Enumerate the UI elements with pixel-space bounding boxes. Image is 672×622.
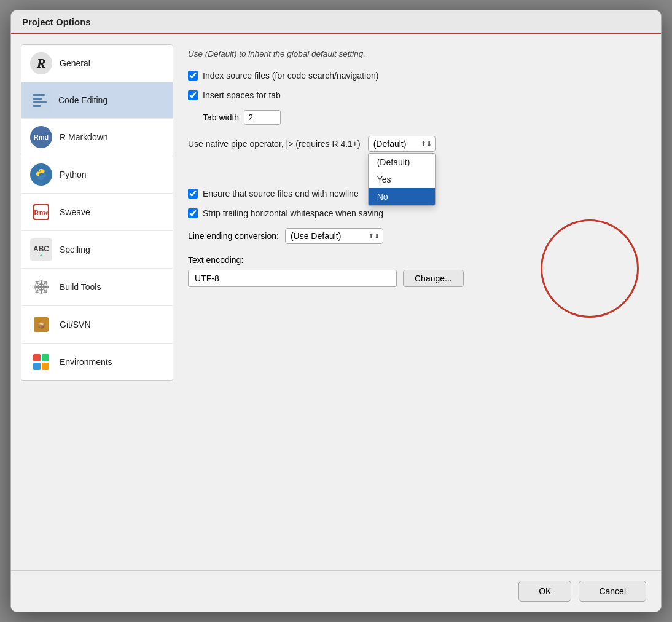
insert-spaces-row: Insert spaces for tab xyxy=(188,90,636,100)
native-pipe-select[interactable]: (Default) Yes No xyxy=(368,136,436,152)
dialog-footer: OK Cancel xyxy=(11,570,661,612)
svg-text:ABC: ABC xyxy=(33,245,49,253)
tab-width-row: Tab width xyxy=(203,110,636,125)
svg-rect-13 xyxy=(42,363,49,370)
ensure-newline-label: Ensure that source files end with newlin… xyxy=(203,189,359,199)
svg-rect-12 xyxy=(33,363,41,370)
encoding-section: Text encoding: Change... xyxy=(188,255,636,287)
index-source-row: Index source files (for code search/navi… xyxy=(188,71,636,81)
build-tools-label: Build Tools xyxy=(60,282,101,292)
svg-text:✓: ✓ xyxy=(39,253,44,258)
python-label: Python xyxy=(60,170,87,179)
line-ending-select[interactable]: (Use Default) Platform Native POSIX (LF)… xyxy=(285,228,383,244)
git-svn-label: Git/SVN xyxy=(60,320,91,329)
sidebar-item-build-tools[interactable]: Build Tools xyxy=(21,269,173,306)
native-pipe-label: Use native pipe operator, |> (requires R… xyxy=(188,139,361,149)
sweave-icon: Rnw xyxy=(30,201,52,223)
strip-whitespace-label: Strip trailing horizontal whitespace whe… xyxy=(203,208,383,218)
hint-text: Use (Default) to inherit the global defa… xyxy=(188,49,636,58)
index-source-checkbox[interactable] xyxy=(188,71,198,81)
pipe-option-no[interactable]: No xyxy=(369,188,435,205)
native-pipe-row: Use native pipe operator, |> (requires R… xyxy=(188,136,636,152)
insert-spaces-checkbox[interactable] xyxy=(188,90,198,100)
svg-text:📦: 📦 xyxy=(37,321,45,329)
text-encoding-input[interactable] xyxy=(188,270,397,287)
pipe-option-default[interactable]: (Default) xyxy=(369,154,435,171)
text-encoding-label: Text encoding: xyxy=(188,255,243,265)
sidebar-item-code-editing[interactable]: Code Editing xyxy=(21,82,173,119)
general-label: General xyxy=(60,58,90,68)
build-tools-icon xyxy=(30,276,52,298)
dialog-title: Project Options xyxy=(11,10,661,34)
svg-rect-10 xyxy=(33,354,41,361)
strip-whitespace-checkbox[interactable] xyxy=(188,208,198,218)
r-icon: R xyxy=(30,52,52,74)
dialog-body: R General Code Editing Rmd R Markdown xyxy=(11,34,661,570)
r-markdown-label: R Markdown xyxy=(60,132,108,142)
strip-whitespace-row: Strip trailing horizontal whitespace whe… xyxy=(188,208,636,218)
rmd-icon: Rmd xyxy=(30,126,52,148)
pipe-option-yes[interactable]: Yes xyxy=(369,171,435,188)
sidebar-item-r-markdown[interactable]: Rmd R Markdown xyxy=(21,119,173,156)
line-ending-row: Line ending conversion: (Use Default) Pl… xyxy=(188,228,636,244)
pipe-dropdown-menu: (Default) Yes No xyxy=(368,153,436,206)
change-encoding-button[interactable]: Change... xyxy=(403,270,464,287)
sidebar-item-git-svn[interactable]: 📦 Git/SVN xyxy=(21,306,173,344)
code-editing-label: Code Editing xyxy=(58,95,107,105)
index-source-label: Index source files (for code search/navi… xyxy=(203,71,378,81)
ensure-newline-checkbox[interactable] xyxy=(188,189,198,199)
line-ending-select-wrapper: (Use Default) Platform Native POSIX (LF)… xyxy=(285,228,383,244)
sidebar-item-general[interactable]: R General xyxy=(21,45,173,82)
ok-button[interactable]: OK xyxy=(518,581,571,602)
main-content: Use (Default) to inherit the global defa… xyxy=(173,44,651,561)
title-text: Project Options xyxy=(22,17,91,27)
spelling-label: Spelling xyxy=(60,245,90,254)
project-options-dialog: Project Options R General Code Editing xyxy=(10,10,662,612)
cancel-button[interactable]: Cancel xyxy=(579,581,646,602)
tab-width-input[interactable] xyxy=(244,110,281,125)
sidebar-item-sweave[interactable]: Rnw Sweave xyxy=(21,194,173,231)
spelling-icon: ABC ✓ xyxy=(30,238,52,261)
encoding-row: Change... xyxy=(188,270,636,287)
sweave-label: Sweave xyxy=(60,207,90,217)
svg-text:Rnw: Rnw xyxy=(34,208,49,217)
insert-spaces-label: Insert spaces for tab xyxy=(203,90,281,100)
svg-rect-11 xyxy=(42,354,49,361)
python-icon xyxy=(30,163,52,186)
environments-label: Environments xyxy=(60,357,112,367)
sidebar-item-spelling[interactable]: ABC ✓ Spelling xyxy=(21,231,173,269)
line-ending-label: Line ending conversion: xyxy=(188,231,279,241)
environments-icon xyxy=(30,351,52,373)
sidebar: R General Code Editing Rmd R Markdown xyxy=(21,44,173,381)
native-pipe-select-wrapper: (Default) Yes No ⬆⬇ (Default) Yes No xyxy=(368,136,436,152)
sidebar-item-python[interactable]: Python xyxy=(21,156,173,194)
git-svn-icon: 📦 xyxy=(30,313,52,336)
code-editing-icon xyxy=(30,90,51,111)
tab-width-label: Tab width xyxy=(203,112,239,122)
sidebar-item-environments[interactable]: Environments xyxy=(21,344,173,380)
